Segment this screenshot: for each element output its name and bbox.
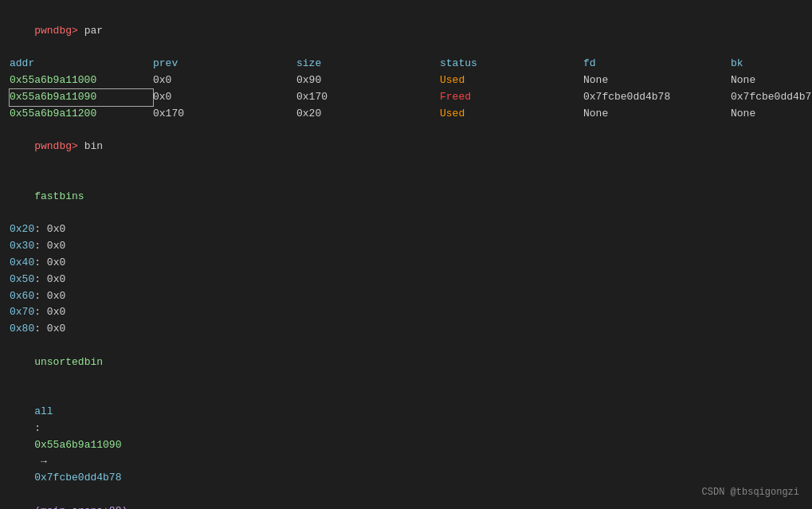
par-command-line: pwndbg> par: [10, 6, 802, 56]
col-fd: fd: [583, 56, 731, 72]
unsortedbin-label: unsortedbin: [10, 338, 802, 387]
row0-size: 0x90: [296, 72, 440, 89]
bin-cmd: bin: [78, 140, 103, 152]
col-bk: bk: [731, 56, 743, 72]
terminal-container: pwndbg> par addr prev size status fd bk …: [10, 6, 802, 509]
unsortedbin-all-line: all : 0x55a6b9a11090 → 0x7fcbe0dd4b78 (m…: [10, 387, 802, 509]
unsortedbin-all-key: all: [34, 405, 53, 417]
heap-row-2: 0x55a6b9a11200 0x170 0x20 Used None None: [10, 106, 802, 123]
fastbins-entries: 0x20: 0x0 0x30: 0x0 0x40: 0x0 0x50: 0x0 …: [10, 221, 802, 338]
fb-sep-5: :: [34, 306, 47, 318]
row1-size: 0x170: [296, 89, 440, 106]
fb-sep-0: :: [34, 223, 47, 235]
fb-sep-1: :: [34, 240, 47, 252]
fb-sep-4: :: [34, 290, 47, 302]
row0-status: Used: [440, 72, 583, 89]
fb-key-1: 0x30: [10, 240, 34, 252]
fb-val-1: 0x0: [47, 240, 65, 252]
col-status: status: [440, 56, 583, 72]
fastbins-label-text: fastbins: [34, 190, 84, 202]
fb-sep-2: :: [34, 256, 47, 268]
heap-row-0: 0x55a6b9a11000 0x0 0x90 Used None None: [10, 72, 802, 89]
col-addr: addr: [10, 56, 153, 72]
fb-key-4: 0x60: [10, 290, 34, 302]
row2-addr: 0x55a6b9a11200: [10, 106, 153, 123]
row2-bk: None: [731, 106, 755, 123]
prompt-1: pwndbg>: [34, 25, 78, 37]
fb-val-2: 0x0: [47, 256, 65, 268]
fb-val-6: 0x0: [47, 323, 65, 335]
unsortedbin-label-text: unsortedbin: [34, 356, 103, 368]
col-prev: prev: [153, 56, 296, 72]
row1-addr: 0x55a6b9a11090: [10, 89, 153, 106]
row2-fd: None: [583, 106, 731, 123]
unsortedbin-colon: :: [34, 422, 47, 434]
row0-fd: None: [583, 72, 731, 89]
fb-1: 0x30: 0x0: [10, 238, 802, 255]
fb-key-3: 0x50: [10, 273, 34, 285]
fb-val-0: 0x0: [47, 223, 65, 235]
watermark: CSDN @tbsqigongzi: [702, 487, 799, 498]
fb-0: 0x20: 0x0: [10, 221, 802, 238]
par-cmd: par: [78, 25, 103, 37]
fb-key-2: 0x40: [10, 256, 34, 268]
fb-val-4: 0x0: [47, 290, 65, 302]
heap-row-1: 0x55a6b9a11090 0x0 0x170 Freed 0x7fcbe0d…: [10, 89, 802, 106]
row1-prev: 0x0: [153, 89, 296, 106]
prompt-2: pwndbg>: [34, 140, 78, 152]
unsortedbin-parens: (main_arena+88): [34, 505, 127, 509]
fb-val-3: 0x0: [47, 273, 65, 285]
fastbins-label: fastbins: [10, 172, 802, 221]
row1-status: Freed: [440, 89, 583, 106]
fb-val-5: 0x0: [47, 306, 65, 318]
row2-size: 0x20: [296, 106, 440, 123]
heap-headers: addr prev size status fd bk: [10, 56, 802, 72]
col-size: size: [296, 56, 440, 72]
fb-5: 0x70: 0x0: [10, 304, 802, 321]
fb-key-6: 0x80: [10, 323, 34, 335]
fb-sep-3: :: [34, 273, 47, 285]
fb-4: 0x60: 0x0: [10, 288, 802, 305]
fb-key-0: 0x20: [10, 223, 34, 235]
unsortedbin-arrow: →: [34, 456, 53, 468]
fb-6: 0x80: 0x0: [10, 321, 802, 338]
row1-bk: 0x7fcbe0dd4b78: [731, 89, 812, 106]
unsortedbin-space: [34, 488, 41, 500]
fb-2: 0x40: 0x0: [10, 255, 802, 272]
row2-status: Used: [440, 106, 583, 123]
row0-prev: 0x0: [153, 72, 296, 89]
row1-fd: 0x7fcbe0dd4b78: [583, 89, 731, 106]
bin-command-line: pwndbg> bin: [10, 123, 802, 172]
unsortedbin-addr1: 0x55a6b9a11090: [34, 439, 121, 451]
row0-addr: 0x55a6b9a11000: [10, 72, 153, 89]
row0-bk: None: [731, 72, 755, 89]
fb-key-5: 0x70: [10, 306, 34, 318]
row2-prev: 0x170: [153, 106, 296, 123]
fb-3: 0x50: 0x0: [10, 272, 802, 288]
unsortedbin-hex1: 0x7fcbe0dd4b78: [34, 472, 121, 484]
fb-sep-6: :: [34, 323, 47, 335]
